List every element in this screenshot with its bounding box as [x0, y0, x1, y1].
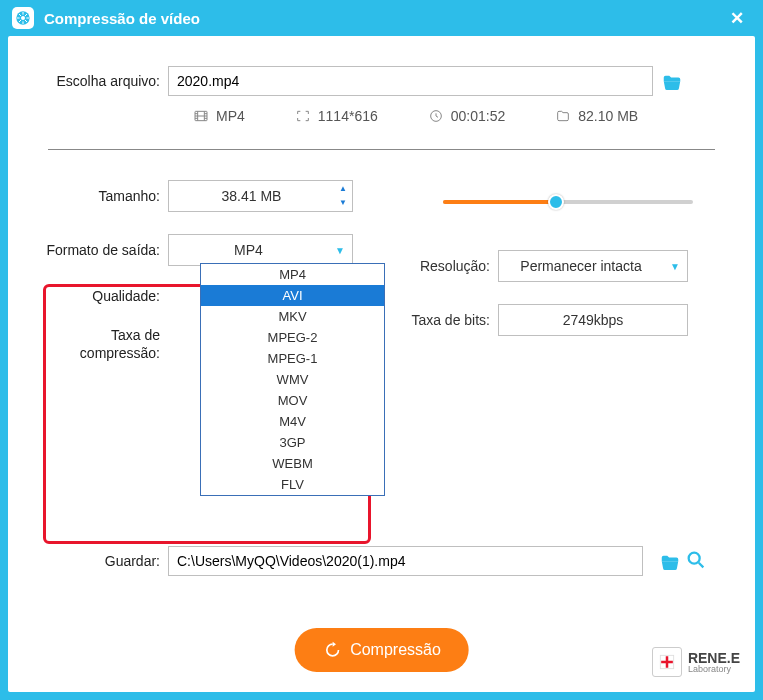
size-up-icon[interactable]: ▲ — [334, 182, 352, 196]
content-area: Escolha arquivo: MP4 1114*616 00:01:52 8… — [8, 36, 755, 692]
bitrate-label: Taxa de bits: — [408, 312, 498, 328]
size-value: 38.41 MB — [169, 188, 334, 204]
info-duration-value: 00:01:52 — [451, 108, 506, 124]
format-option[interactable]: AVI — [201, 285, 384, 306]
app-icon — [12, 7, 34, 29]
info-dimensions: 1114*616 — [295, 108, 378, 124]
titlebar: Compressão de vídeo ✕ — [0, 0, 763, 36]
format-dropdown-list: MP4AVIMKVMPEG-2MPEG-1WMVMOVM4V3GPWEBMFLV — [200, 263, 385, 496]
info-dimensions-value: 1114*616 — [318, 108, 378, 124]
format-dropdown[interactable]: MP4 ▼ — [168, 234, 353, 266]
right-column: Resolução: Permanecer intacta ▼ Taxa de … — [408, 180, 735, 362]
info-format-value: MP4 — [216, 108, 245, 124]
resolution-value: Permanecer intacta — [499, 258, 663, 274]
divider — [48, 149, 715, 150]
compress-button[interactable]: Compressão — [294, 628, 469, 672]
format-option[interactable]: WEBM — [201, 453, 384, 474]
format-option[interactable]: MPEG-1 — [201, 348, 384, 369]
save-icons — [651, 549, 707, 574]
browse-folder-icon[interactable] — [659, 552, 681, 570]
search-icon[interactable] — [685, 549, 707, 574]
svg-point-1 — [21, 16, 25, 20]
format-option[interactable]: WMV — [201, 369, 384, 390]
size-spinner[interactable]: 38.41 MB ▲ ▼ — [168, 180, 353, 212]
bitrate-row: Taxa de bits: 2749kbps — [408, 304, 735, 336]
format-label: Formato de saída: — [28, 242, 168, 258]
compression-rate-label: Taxa de compressão: — [28, 326, 168, 362]
save-row: Guardar: — [28, 546, 735, 576]
format-option[interactable]: MP4 — [201, 264, 384, 285]
size-spinner-arrows: ▲ ▼ — [334, 182, 352, 210]
format-option[interactable]: MKV — [201, 306, 384, 327]
format-option[interactable]: MPEG-2 — [201, 327, 384, 348]
compress-button-label: Compressão — [350, 641, 441, 659]
format-option[interactable]: 3GP — [201, 432, 384, 453]
bitrate-value: 2749kbps — [498, 304, 688, 336]
size-slider[interactable] — [443, 194, 693, 210]
slider-thumb[interactable] — [548, 194, 564, 210]
size-label: Tamanho: — [28, 188, 168, 204]
format-option[interactable]: FLV — [201, 474, 384, 495]
video-compression-window: Compressão de vídeo ✕ Escolha arquivo: M… — [0, 0, 763, 700]
resolution-dropdown[interactable]: Permanecer intacta ▼ — [498, 250, 688, 282]
size-down-icon[interactable]: ▼ — [334, 196, 352, 210]
close-icon[interactable]: ✕ — [723, 4, 751, 32]
save-path-input[interactable] — [168, 546, 643, 576]
brand-text: RENE.E Laboratory — [688, 651, 740, 674]
brand-sub: Laboratory — [688, 665, 740, 674]
file-label: Escolha arquivo: — [28, 73, 168, 89]
settings-grid: Tamanho: 38.41 MB ▲ ▼ Formato de saída: … — [28, 180, 735, 362]
left-column: Tamanho: 38.41 MB ▲ ▼ Formato de saída: … — [28, 180, 368, 362]
info-size-value: 82.10 MB — [578, 108, 638, 124]
save-label: Guardar: — [28, 553, 168, 569]
slider-fill — [443, 200, 556, 204]
info-format: MP4 — [193, 108, 245, 124]
resolution-label: Resolução: — [408, 258, 498, 274]
chevron-down-icon[interactable]: ▼ — [663, 261, 687, 272]
format-value: MP4 — [169, 242, 328, 258]
format-row: Formato de saída: MP4 ▼ — [28, 234, 368, 266]
format-option[interactable]: MOV — [201, 390, 384, 411]
brand: RENE.E Laboratory — [652, 647, 740, 677]
quality-label: Qualidade: — [28, 288, 168, 304]
file-input[interactable] — [168, 66, 653, 96]
brand-icon — [652, 647, 682, 677]
size-row: Tamanho: 38.41 MB ▲ ▼ — [28, 180, 368, 212]
info-size: 82.10 MB — [555, 108, 638, 124]
browse-file-icon[interactable] — [661, 72, 683, 90]
chevron-down-icon[interactable]: ▼ — [328, 245, 352, 256]
window-title: Compressão de vídeo — [44, 10, 723, 27]
resolution-row: Resolução: Permanecer intacta ▼ — [408, 250, 735, 282]
brand-name: RENE.E — [688, 651, 740, 665]
format-option[interactable]: M4V — [201, 411, 384, 432]
svg-point-4 — [689, 552, 700, 563]
info-duration: 00:01:52 — [428, 108, 506, 124]
file-row: Escolha arquivo: — [28, 66, 735, 96]
file-info-line: MP4 1114*616 00:01:52 82.10 MB — [28, 108, 735, 124]
